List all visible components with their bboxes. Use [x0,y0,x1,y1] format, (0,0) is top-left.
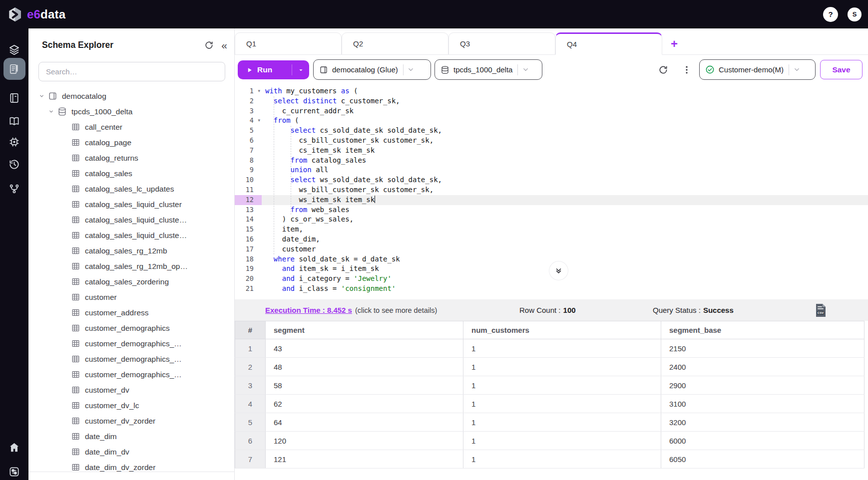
table-row[interactable]: 24812400 [235,358,865,376]
editor-line-12[interactable]: 12 ws_item_sk item_sk [235,195,868,205]
code-fold-caret-icon[interactable]: ▾ [258,116,260,126]
tree-expand-chevron-icon[interactable] [48,109,54,114]
tree-item-customer_dv[interactable]: customer_dv [28,382,234,398]
editor-line-5[interactable]: 5 select cs_sold_date_sk sold_date_sk, [235,126,868,136]
line-number: 1 [250,86,254,96]
tab-q2[interactable]: Q2 [342,32,448,55]
code-fold-caret-icon[interactable]: ▾ [258,86,260,96]
editor-line-6[interactable]: 6 cs_bill_customer_sk customer_sk, [235,136,868,146]
tree-item-customer_demographics_[interactable]: customer_demographics_… [28,336,234,351]
tree-item-customer_address[interactable]: customer_address [28,305,234,320]
tree-item-catalog_sales_liquid_cluste[interactable]: catalog_sales_liquid_cluste… [28,228,234,243]
editor-line-1[interactable]: 1▾with my_customers as ( [235,86,868,96]
chevron-down-icon [404,66,419,73]
new-tab-button[interactable]: + [662,32,686,55]
tab-q1[interactable]: Q1 [235,32,342,55]
sidebar-chip-button[interactable] [0,131,28,153]
help-button[interactable]: ? [823,7,838,22]
execution-time-link[interactable]: Execution Time : 8.452 s [265,306,352,314]
table-icon [71,122,80,132]
tree-item-democatalog[interactable]: democatalog [28,88,234,104]
tree-item-catalog_sales[interactable]: catalog_sales [28,166,234,181]
editor-line-13[interactable]: 13 from web_sales [235,205,868,215]
run-options-caret-icon[interactable] [292,67,309,73]
run-label: Run [257,65,272,74]
panel-collapse-icon[interactable]: « [221,40,227,50]
run-button[interactable]: Run [238,60,309,79]
editor-line-11[interactable]: 11 ws_bill_customer_sk customer_sk, [235,185,868,195]
editor-line-18[interactable]: 18 where sold_date_sk = d_date_sk [235,254,868,264]
editor-line-9[interactable]: 9 union all [235,165,868,175]
editor-line-14[interactable]: 14 ) cs_or_ws_sales, [235,215,868,225]
table-row[interactable]: 612016000 [235,432,865,450]
editor-line-8[interactable]: 8 from catalog_sales [235,156,868,166]
download-csv-icon[interactable]: CSV [813,303,828,318]
tab-q4[interactable]: Q4 [555,32,662,55]
tab-q3[interactable]: Q3 [448,32,555,55]
tree-expand-chevron-icon[interactable] [38,93,45,99]
catalog-dropdown[interactable]: democatalog (Glue) [313,59,431,80]
query-status-label: Query Status : [653,306,701,314]
editor-line-2[interactable]: 2 select distinct c_customer_sk, [235,96,868,106]
data-cell: 1 [463,413,661,432]
sidebar-layers-button[interactable] [0,38,28,60]
connection-dropdown[interactable]: Customer-demo(M) [699,59,816,80]
tree-item-call_center[interactable]: call_center [28,119,234,135]
schema-search-input[interactable] [39,62,225,81]
editor-line-4[interactable]: 4▾ from ( [235,116,868,126]
tree-item-customer[interactable]: customer [28,289,234,305]
editor-line-16[interactable]: 16 date_dim, [235,235,868,244]
row-index-cell: 7 [235,450,266,469]
line-number: 6 [250,136,254,146]
tree-item-customer_demographics_[interactable]: customer_demographics_… [28,367,234,382]
tree-item-tpcds_1000_delta[interactable]: tpcds_1000_delta [28,104,234,119]
collapse-results-button[interactable] [549,261,568,280]
tree-item-catalog_sales_liquid_cluste[interactable]: catalog_sales_liquid_cluste… [28,212,234,228]
editor-line-21[interactable]: 21 and i_class = 'consignment' [235,284,868,294]
tree-item-label: customer_dv [85,386,129,395]
tree-item-catalog_returns[interactable]: catalog_returns [28,150,234,166]
editor-line-10[interactable]: 10 select ws_sold_date_sk sold_date_sk, [235,175,868,185]
tree-item-catalog_sales_rg_12mb[interactable]: catalog_sales_rg_12mb [28,243,234,258]
tree-item-catalog_sales_liquid_cluster[interactable]: catalog_sales_liquid_cluster [28,197,234,212]
tree-item-catalog_page[interactable]: catalog_page [28,135,234,150]
table-row[interactable]: 35812900 [235,376,865,395]
tree-item-date_dim_dv[interactable]: date_dim_dv [28,444,234,460]
tree-item-customer_demographics[interactable]: customer_demographics [28,320,234,336]
sidebar-book-open-button[interactable] [0,110,28,132]
editor-line-17[interactable]: 17 customer [235,244,868,254]
schema-refresh-icon[interactable] [204,40,214,50]
table-row[interactable]: 46213100 [235,395,865,413]
more-options-kebab-icon[interactable] [680,63,693,76]
e6data-logo[interactable]: e6data [0,7,65,22]
tree-item-label: catalog_sales_zordering [85,277,169,286]
editor-line-15[interactable]: 15 item, [235,225,868,235]
editor-line-7[interactable]: 7 cs_item_sk item_sk [235,146,868,156]
save-button[interactable]: Save [820,60,863,79]
user-avatar[interactable]: S [848,7,862,21]
tree-item-customer_dv_zorder[interactable]: customer_dv_zorder [28,413,234,429]
tree-item-catalog_sales_lc_updates[interactable]: catalog_sales_lc_updates [28,181,234,197]
refresh-connection-button[interactable] [657,63,670,76]
sidebar-git-branch-button[interactable] [0,178,28,200]
sidebar-preferences-button[interactable] [0,461,28,480]
line-number-gutter: 12 [235,195,262,205]
left-icon-rail [0,28,28,480]
editor-line-3[interactable]: 3 c_current_addr_sk [235,106,868,116]
tree-item-customer_demographics_[interactable]: customer_demographics_… [28,351,234,367]
sidebar-home-button[interactable] [0,436,28,458]
git-branch-icon [8,183,20,195]
sidebar-history-button[interactable] [0,153,28,175]
tree-item-date_dim_dv_zorder[interactable]: date_dim_dv_zorder [28,460,234,472]
tree-item-customer_dv_lc[interactable]: customer_dv_lc [28,398,234,413]
database-dropdown[interactable]: tpcds_1000_delta [434,59,542,80]
sidebar-journal-button[interactable] [0,87,28,109]
tree-item-catalog_sales_rg_12mb_op[interactable]: catalog_sales_rg_12mb_op… [28,258,234,274]
sidebar-notebook-button[interactable] [0,58,28,80]
table-row[interactable]: 712116050 [235,450,865,469]
tree-item-catalog_sales_zordering[interactable]: catalog_sales_zordering [28,274,234,289]
table-row[interactable]: 56413200 [235,413,865,432]
table-row[interactable]: 14312150 [235,339,865,358]
database-icon [440,65,449,74]
tree-item-date_dim[interactable]: date_dim [28,429,234,444]
